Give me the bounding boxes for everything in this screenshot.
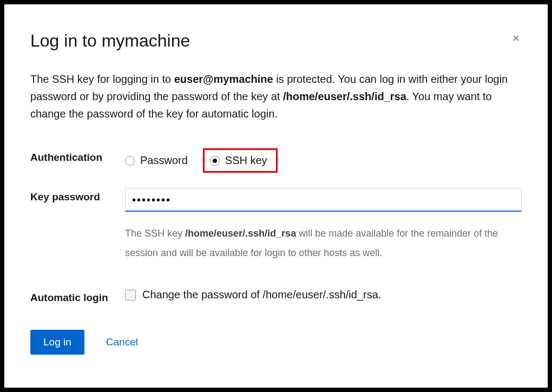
radio-icon [125, 156, 135, 166]
automatic-login-row: Automatic login Change the password of /… [30, 289, 522, 304]
automatic-login-control: Change the password of /home/euser/.ssh/… [125, 289, 522, 301]
automatic-login-label: Automatic login [30, 289, 125, 304]
change-password-checkbox[interactable] [125, 290, 136, 300]
login-button[interactable]: Log in [30, 330, 84, 355]
change-password-checkbox-label: Change the password of /home/euser/.ssh/… [142, 289, 381, 301]
dialog-title: Log in to mymachine [30, 30, 190, 51]
radio-icon [210, 156, 220, 166]
auth-option-sshkey-label: SSH key [225, 154, 267, 167]
dialog-header: Log in to mymachine × [30, 30, 522, 51]
key-password-control: The SSH key /home/euser/.ssh/id_rsa will… [125, 188, 522, 263]
key-password-row: Key password The SSH key /home/euser/.ss… [30, 188, 522, 263]
auth-option-password[interactable]: Password [125, 154, 188, 167]
authentication-row: Authentication Password SSH key [30, 148, 522, 173]
dialog-buttons: Log in Cancel [30, 330, 522, 355]
desc-text-prefix: The SSH key for logging in to [30, 73, 174, 85]
helper-keypath: /home/euser/.ssh/id_rsa [185, 228, 296, 239]
cancel-button[interactable]: Cancel [106, 336, 138, 348]
key-password-input[interactable] [125, 188, 522, 212]
auth-option-password-label: Password [140, 154, 188, 167]
auth-option-sshkey[interactable]: SSH key [203, 148, 278, 173]
login-dialog: Log in to mymachine × The SSH key for lo… [4, 4, 548, 388]
authentication-label: Authentication [30, 148, 125, 164]
helper-prefix: The SSH key [125, 228, 185, 239]
close-button[interactable]: × [510, 30, 522, 47]
desc-userhost: euser@mymachine [174, 73, 273, 85]
key-password-helper: The SSH key /home/euser/.ssh/id_rsa will… [125, 224, 522, 263]
key-password-label: Key password [30, 188, 125, 203]
close-icon: × [512, 31, 520, 45]
authentication-options: Password SSH key [125, 148, 522, 173]
dialog-description: The SSH key for logging in to euser@myma… [30, 70, 522, 122]
desc-keypath: /home/euser/.ssh/id_rsa [283, 90, 406, 102]
